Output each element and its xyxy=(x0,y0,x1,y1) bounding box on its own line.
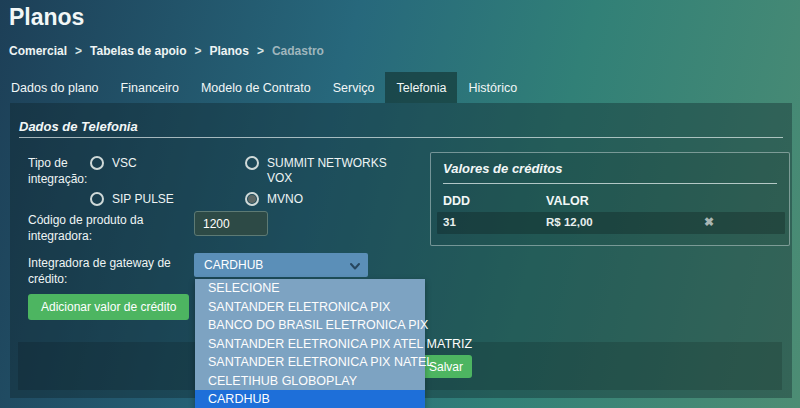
radio-summit-networks-vox[interactable]: SUMMIT NETWORKS VOX xyxy=(245,156,392,186)
product-code-label: Código de produto da integradora: xyxy=(28,212,173,244)
radio-vsc[interactable]: VSC xyxy=(90,156,137,171)
radio-label-mvno: MVNO xyxy=(267,192,303,207)
breadcrumb: Comercial > Tabelas de apoio > Planos > … xyxy=(9,44,324,58)
radio-mvno[interactable]: MVNO xyxy=(245,192,303,207)
radio-label-summit: SUMMIT NETWORKS VOX xyxy=(267,156,392,186)
dropdown-option-celetihub-globoplay[interactable]: CELETIHUB GLOBOPLAY xyxy=(195,372,425,391)
breadcrumb-link-tabelas-de-apoio[interactable]: Tabelas de apoio xyxy=(90,44,186,58)
tab-modelo-de-contrato[interactable]: Modelo de Contrato xyxy=(190,72,322,103)
gateway-selected-value: CARDHUB xyxy=(204,258,263,272)
radio-label-vsc: VSC xyxy=(112,156,137,171)
dropdown-option-selecione[interactable]: SELECIONE xyxy=(195,279,425,298)
tab-telefonia[interactable]: Telefonia xyxy=(385,72,457,103)
dropdown-option-banco-do-brasil-eletronica-pix[interactable]: BANCO DO BRASIL ELETRONICA PIX xyxy=(195,316,425,335)
breadcrumb-separator: > xyxy=(75,44,82,58)
dropdown-option-santander-eletronica-pix-natel[interactable]: SANTANDER ELETRONICA PIX NATEL xyxy=(195,353,425,372)
credits-panel-divider xyxy=(443,183,777,184)
radio-circle-vsc[interactable] xyxy=(90,156,104,170)
page-title: Planos xyxy=(9,4,84,31)
cell-valor: R$ 12,00 xyxy=(546,216,593,228)
delete-row-icon[interactable]: ✖ xyxy=(704,215,714,229)
tab-bar: Dados do plano Financeiro Modelo de Cont… xyxy=(0,72,528,103)
column-header-ddd: DDD xyxy=(443,194,470,208)
breadcrumb-link-planos[interactable]: Planos xyxy=(210,44,249,58)
breadcrumb-link-comercial[interactable]: Comercial xyxy=(9,44,67,58)
gateway-label: Integradora de gateway de crédito: xyxy=(28,255,186,287)
breadcrumb-current: Cadastro xyxy=(272,44,324,58)
breadcrumb-separator: > xyxy=(195,44,202,58)
gateway-select[interactable]: CARDHUB xyxy=(194,253,368,277)
radio-circle-sip-pulse[interactable] xyxy=(90,192,104,206)
tab-historico[interactable]: Histórico xyxy=(457,72,528,103)
tab-servico[interactable]: Serviço xyxy=(322,72,386,103)
radio-circle-summit[interactable] xyxy=(245,156,259,170)
cell-ddd: 31 xyxy=(443,216,456,228)
section-divider xyxy=(19,137,783,138)
tab-dados-do-plano[interactable]: Dados do plano xyxy=(0,72,110,103)
credits-panel-title: Valores de créditos xyxy=(443,161,562,176)
radio-label-sip-pulse: SIP PULSE xyxy=(112,192,174,207)
product-code-input[interactable] xyxy=(194,211,268,236)
column-header-valor: VALOR xyxy=(546,194,589,208)
breadcrumb-separator: > xyxy=(257,44,264,58)
planos-page: Planos Comercial > Tabelas de apoio > Pl… xyxy=(0,0,800,408)
credits-panel: Valores de créditos DDD VALOR 31 R$ 12,0… xyxy=(430,152,790,246)
dropdown-option-santander-eletronica-pix[interactable]: SANTANDER ELETRONICA PIX xyxy=(195,298,425,317)
credit-table-row: 31 R$ 12,00 ✖ xyxy=(437,212,785,234)
radio-circle-mvno-selected[interactable] xyxy=(245,192,259,206)
dropdown-option-santander-eletronica-pix-atel-matriz[interactable]: SANTANDER ELETRONICA PIX ATEL MATRIZ xyxy=(195,335,425,354)
section-title: Dados de Telefonia xyxy=(19,119,138,134)
radio-sip-pulse[interactable]: SIP PULSE xyxy=(90,192,174,207)
add-credit-button[interactable]: Adicionar valor de crédito xyxy=(28,294,189,320)
gateway-dropdown-list: SELECIONE SANTANDER ELETRONICA PIX BANCO… xyxy=(195,279,425,408)
tab-financeiro[interactable]: Financeiro xyxy=(110,72,190,103)
dropdown-option-cardhub[interactable]: CARDHUB xyxy=(195,390,425,408)
chevron-down-icon xyxy=(350,260,360,274)
